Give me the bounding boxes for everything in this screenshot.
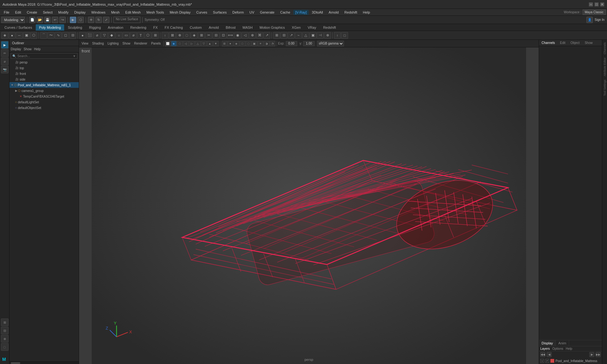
tab-redshift[interactable]: Redshift bbox=[320, 24, 339, 31]
outliner-scrollbar[interactable] bbox=[9, 361, 79, 364]
curve-seg-icon[interactable]: 〜 bbox=[47, 32, 54, 39]
lasso-icon[interactable]: ⬡ bbox=[77, 17, 84, 23]
tab-custom[interactable]: Custom bbox=[187, 24, 205, 31]
sphere-icon[interactable]: ● bbox=[79, 32, 86, 39]
cam-perspective-icon[interactable]: ◈ bbox=[171, 41, 177, 46]
ao-icon[interactable]: ◔ bbox=[270, 41, 275, 46]
open-file-icon[interactable]: 📂 bbox=[37, 17, 43, 23]
tree-item-front[interactable]: 🎥 front bbox=[9, 71, 79, 76]
layer-next-btn[interactable]: ▶ bbox=[589, 352, 594, 357]
menu-edit-mesh[interactable]: Edit Mesh bbox=[123, 10, 143, 15]
live-surface-button[interactable]: No Live Surface bbox=[113, 17, 140, 23]
poke-icon[interactable]: ◉ bbox=[234, 32, 241, 39]
insert-edge-icon[interactable]: ⊟ bbox=[212, 32, 219, 39]
combine-icon[interactable]: ⊞ bbox=[273, 32, 280, 39]
mode-selector[interactable]: Modeling bbox=[1, 17, 25, 23]
vp-panels-menu[interactable]: Panels bbox=[150, 42, 162, 45]
layer-prev-btn[interactable]: ◀ bbox=[547, 352, 552, 357]
flat-shade-icon[interactable]: ◈ bbox=[234, 41, 239, 46]
face-icon[interactable]: ▣ bbox=[23, 32, 30, 39]
menu-mesh-tools[interactable]: Mesh Tools bbox=[144, 10, 166, 15]
fill-hole-icon[interactable]: ◌ bbox=[183, 32, 190, 39]
menu-mesh[interactable]: Mesh bbox=[108, 10, 122, 15]
polygon-icon[interactable]: ⬡ bbox=[144, 32, 151, 39]
search-options-icon[interactable]: ▼ bbox=[73, 54, 76, 58]
tab-arnold[interactable]: Arnold bbox=[205, 24, 222, 31]
cam-top2-icon[interactable]: ▲ bbox=[207, 41, 213, 46]
menu-uv[interactable]: UV bbox=[247, 10, 257, 15]
edge-icon[interactable]: ─ bbox=[16, 32, 23, 39]
layer-color-swatch[interactable] bbox=[550, 359, 554, 363]
scale-icon[interactable]: ⤢ bbox=[103, 17, 109, 23]
cam-bottom-icon[interactable]: ▼ bbox=[213, 41, 219, 46]
tree-item-temp-cam[interactable]: ✕ TempCamFBXASC046Target bbox=[9, 94, 79, 99]
tab-mash[interactable]: MASH bbox=[239, 24, 256, 31]
iso-icon[interactable]: ⊟ bbox=[69, 32, 76, 39]
uv-icon[interactable]: □ bbox=[341, 32, 348, 39]
move-icon[interactable]: ✛ bbox=[88, 17, 94, 23]
save-file-icon[interactable]: 💾 bbox=[44, 17, 51, 23]
text-icon[interactable]: T bbox=[137, 32, 144, 39]
quad-icon[interactable]: ▣ bbox=[310, 32, 316, 39]
viewport-canvas[interactable]: front bbox=[79, 47, 539, 364]
search-input[interactable] bbox=[17, 54, 71, 58]
menu-display[interactable]: Display bbox=[72, 10, 88, 15]
outliner-search[interactable]: 🔍 ▼ bbox=[11, 53, 77, 59]
attribute-editor-tab[interactable]: Attribute Editor bbox=[603, 56, 607, 78]
scroll-thumb[interactable] bbox=[11, 362, 20, 364]
snap-point-icon[interactable]: ⊕ bbox=[1, 335, 9, 343]
menu-cache[interactable]: Cache bbox=[278, 10, 293, 15]
light2-icon[interactable]: ☀ bbox=[258, 41, 263, 46]
display-tab[interactable]: Display bbox=[539, 340, 556, 346]
bridge-icon[interactable]: ⊠ bbox=[169, 32, 176, 39]
menu-modify[interactable]: Modify bbox=[56, 10, 71, 15]
tool-settings-tab[interactable]: Tool Settings bbox=[603, 78, 607, 97]
gamma-input[interactable]: 1.00 bbox=[303, 41, 315, 46]
menu-surfaces[interactable]: Surfaces bbox=[211, 10, 229, 15]
diamond-icon[interactable]: ◆ bbox=[108, 32, 115, 39]
tab-poly-modeling[interactable]: Poly Modeling bbox=[36, 24, 64, 31]
maximize-button[interactable]: □ bbox=[594, 2, 599, 7]
merge-icon[interactable]: ⊕ bbox=[176, 32, 183, 39]
rotate-icon[interactable]: ↻ bbox=[95, 17, 102, 23]
boolean-icon[interactable]: ⊕ bbox=[324, 32, 331, 39]
normals-icon[interactable]: ↑ bbox=[334, 32, 341, 39]
options-subtab[interactable]: Options bbox=[552, 347, 563, 350]
layers-subtab[interactable]: Layers bbox=[540, 347, 550, 350]
triangulate-icon[interactable]: △ bbox=[302, 32, 309, 39]
tab-sculpting[interactable]: Sculpting bbox=[65, 24, 85, 31]
tree-item-side[interactable]: 🎥 side bbox=[9, 76, 79, 82]
help-subtab[interactable]: Help bbox=[566, 347, 572, 350]
split-icon[interactable]: ✂ bbox=[205, 32, 212, 39]
slide-icon[interactable]: ⟺ bbox=[227, 32, 234, 39]
layer-visibility-toggle[interactable]: V bbox=[540, 359, 544, 363]
cylinder-icon[interactable]: ⌀ bbox=[94, 32, 101, 39]
sculpt-icon[interactable]: ⌀ bbox=[1, 58, 9, 65]
redo-icon[interactable]: ↪ bbox=[59, 17, 66, 23]
curve-point-icon[interactable]: ⌒ bbox=[40, 32, 47, 39]
connect-icon[interactable]: ⊞ bbox=[198, 32, 205, 39]
menu-3dtoall[interactable]: 3DtoAll bbox=[309, 10, 325, 15]
menu-windows[interactable]: Windows bbox=[89, 10, 108, 15]
cam-ortho-icon[interactable]: □ bbox=[177, 41, 183, 46]
tree-item-object-set[interactable]: ○ defaultObjectSet bbox=[9, 105, 79, 111]
tree-item-top[interactable]: 🎥 top bbox=[9, 65, 79, 71]
wedge-icon[interactable]: ◁ bbox=[242, 32, 248, 39]
curve-icon[interactable]: ∿ bbox=[55, 32, 62, 39]
bounding-box-icon[interactable]: □ bbox=[240, 41, 245, 46]
menu-generate[interactable]: Generate bbox=[257, 10, 277, 15]
layer-playback-toggle[interactable]: P bbox=[545, 359, 549, 363]
menu-edit[interactable]: Edit bbox=[13, 10, 24, 15]
tab-animation[interactable]: Animation bbox=[105, 24, 126, 31]
subdiv-icon[interactable]: ⊞ bbox=[152, 32, 159, 39]
tab-fx-caching[interactable]: FX Caching bbox=[162, 24, 186, 31]
cam-left-icon[interactable]: ◁ bbox=[183, 41, 189, 46]
minimize-button[interactable]: ─ bbox=[589, 2, 593, 7]
outliner-display-menu[interactable]: Display bbox=[11, 47, 21, 51]
tab-bifrost[interactable]: Bifrost bbox=[223, 24, 239, 31]
menu-deform[interactable]: Deform bbox=[230, 10, 246, 15]
menu-curves[interactable]: Curves bbox=[194, 10, 210, 15]
tree-item-light-set[interactable]: ○ defaultLightSet bbox=[9, 99, 79, 105]
x-ray-icon[interactable]: ◌ bbox=[246, 41, 251, 46]
close-button[interactable]: ✕ bbox=[600, 2, 604, 7]
